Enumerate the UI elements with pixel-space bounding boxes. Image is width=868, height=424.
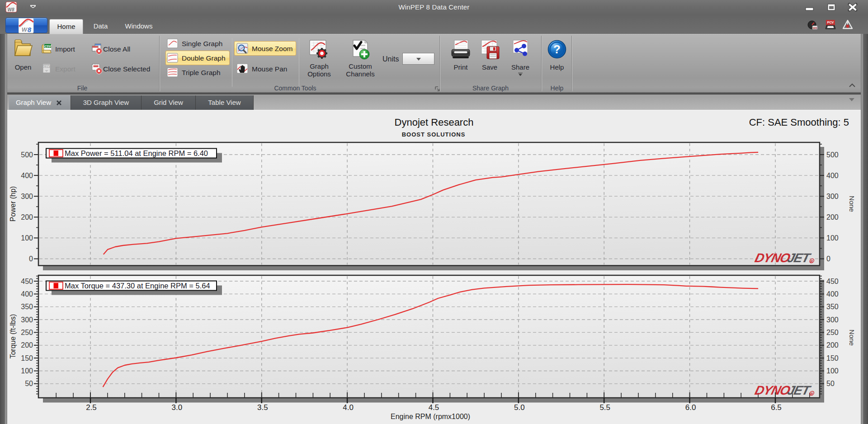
svg-text:300: 300 xyxy=(826,316,839,324)
svg-text:150: 150 xyxy=(826,354,839,362)
svg-text:300: 300 xyxy=(21,316,33,324)
svg-text:400: 400 xyxy=(21,290,33,298)
svg-text:PCV: PCV xyxy=(827,21,834,24)
svg-text:8: 8 xyxy=(28,26,32,33)
svg-text:250: 250 xyxy=(21,329,33,336)
svg-text:200: 200 xyxy=(21,341,33,349)
svg-text:CF: SAE Smoothing: 5: CF: SAE Smoothing: 5 xyxy=(749,117,849,128)
svg-text:50: 50 xyxy=(826,380,835,387)
svg-text:0: 0 xyxy=(826,255,830,263)
svg-text:Torque (ft-lbs): Torque (ft-lbs) xyxy=(9,314,17,359)
svg-text:400: 400 xyxy=(21,172,33,179)
svg-text:None: None xyxy=(848,330,856,346)
svg-text:4.5: 4.5 xyxy=(429,403,439,412)
svg-text:100: 100 xyxy=(21,367,33,375)
svg-text:50: 50 xyxy=(25,380,33,387)
svg-text:W8: W8 xyxy=(813,27,817,29)
svg-text:450: 450 xyxy=(826,278,839,285)
svg-text:Max Torque = 437.30 at Engine: Max Torque = 437.30 at Engine RPM = 5.64 xyxy=(65,282,210,290)
svg-text:100: 100 xyxy=(826,234,839,242)
svg-text:4.0: 4.0 xyxy=(343,403,354,412)
svg-text:200: 200 xyxy=(21,213,33,221)
svg-text:500: 500 xyxy=(826,151,839,159)
svg-text:3.5: 3.5 xyxy=(257,403,268,412)
svg-text:250: 250 xyxy=(826,329,839,336)
svg-text:350: 350 xyxy=(21,303,33,311)
svg-text:400: 400 xyxy=(826,290,839,298)
svg-text:Max Power = 511.04 at Engine R: Max Power = 511.04 at Engine RPM = 6.40 xyxy=(65,149,208,157)
svg-text:350: 350 xyxy=(826,303,839,311)
svg-text:300: 300 xyxy=(21,193,33,200)
svg-text:BOOST SOLUTIONS: BOOST SOLUTIONS xyxy=(402,131,466,138)
svg-text:300: 300 xyxy=(826,193,839,200)
svg-text:400: 400 xyxy=(826,172,839,179)
svg-text:200: 200 xyxy=(826,341,839,349)
svg-text:450: 450 xyxy=(21,278,33,285)
svg-text:0: 0 xyxy=(29,255,33,263)
svg-text:3.0: 3.0 xyxy=(172,403,183,412)
svg-text:500: 500 xyxy=(21,151,33,159)
svg-text:Engine RPM (rpmx1000): Engine RPM (rpmx1000) xyxy=(391,413,470,420)
svg-text:CSV: CSV xyxy=(43,65,50,68)
svg-text:2.5: 2.5 xyxy=(86,403,97,412)
svg-text:5.0: 5.0 xyxy=(514,403,525,412)
svg-text:150: 150 xyxy=(21,354,33,362)
svg-text:6.0: 6.0 xyxy=(685,403,696,412)
svg-text:CSV: CSV xyxy=(44,45,52,48)
svg-text:5.5: 5.5 xyxy=(599,403,610,412)
svg-text:100: 100 xyxy=(21,234,33,242)
svg-text:Dynojet Research: Dynojet Research xyxy=(395,117,474,128)
svg-text:200: 200 xyxy=(826,213,839,221)
svg-text:100: 100 xyxy=(826,367,839,375)
svg-text:W: W xyxy=(22,26,28,33)
svg-text:None: None xyxy=(848,196,856,212)
svg-text:?: ? xyxy=(553,42,561,56)
svg-text:Power (hp): Power (hp) xyxy=(9,186,17,221)
svg-text:6.5: 6.5 xyxy=(771,403,782,412)
svg-text:W8: W8 xyxy=(8,7,14,12)
